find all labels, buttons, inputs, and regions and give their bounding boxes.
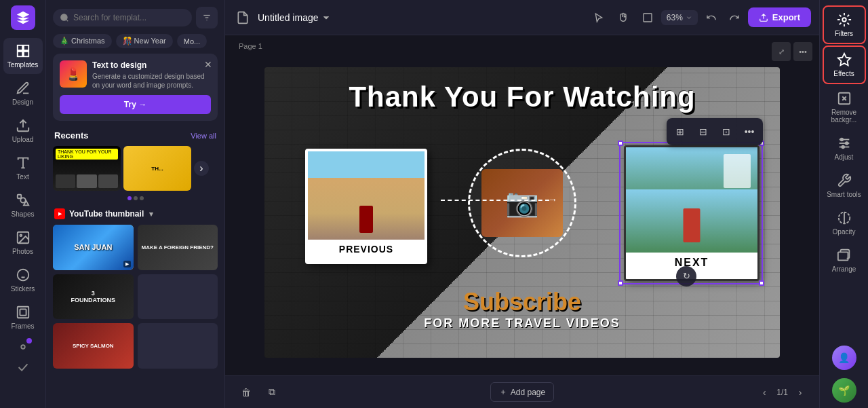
frame-tool-button[interactable] xyxy=(637,7,658,29)
add-page-label: Add page xyxy=(511,388,545,397)
delete-page-button[interactable]: 🗑 xyxy=(236,382,256,403)
tag-christmas-label: 🎄 Christmas xyxy=(60,37,105,45)
previous-card[interactable]: PREVIOUS xyxy=(305,149,427,264)
sidebar-item-templates[interactable]: Templates xyxy=(3,38,43,74)
float-copy-button[interactable]: ⊡ xyxy=(716,122,736,142)
redo-icon xyxy=(729,12,740,23)
recent-card-2[interactable]: TH... xyxy=(123,146,191,191)
float-more-button[interactable]: ••• xyxy=(739,122,760,142)
avatar-secondary[interactable]: 🌱 xyxy=(832,378,856,403)
float-select-button[interactable]: ⊞ xyxy=(670,122,690,142)
zoom-control[interactable]: 63% xyxy=(661,10,698,25)
tag-more-label: Mo... xyxy=(184,37,200,45)
undo-redo-group xyxy=(701,7,745,29)
thumbnail-foreign[interactable]: MAKE A FOREIGN FRIEND? xyxy=(138,225,218,270)
right-item-remove-bg[interactable]: Remove backgr... xyxy=(823,86,866,129)
svg-rect-3 xyxy=(23,52,28,56)
sidebar-item-frames[interactable]: Frames xyxy=(3,299,43,335)
document-title[interactable]: Untitled image xyxy=(258,12,331,23)
design-canvas[interactable]: Thank You For Watching PREVIOUS 📷 xyxy=(264,67,780,358)
sidebar-item-photos[interactable]: Photos xyxy=(3,225,43,261)
next-card[interactable]: NEXT xyxy=(624,145,760,281)
right-item-arrange[interactable]: Arrange xyxy=(823,242,866,278)
page-expand-button[interactable]: ⤢ xyxy=(772,42,791,61)
thumbnail-sanjuan[interactable]: SAN JUAN ▶ xyxy=(53,225,134,270)
thumbnail-blank[interactable] xyxy=(138,274,218,320)
arrange-icon xyxy=(837,248,852,263)
next-card-image xyxy=(626,147,757,253)
sidebar-item-upload[interactable]: Upload xyxy=(3,113,43,149)
dot-3 xyxy=(140,196,144,200)
avatar-primary[interactable]: 👤 xyxy=(832,346,856,370)
sidebar-item-text[interactable]: Text xyxy=(3,150,43,186)
undo-button[interactable] xyxy=(701,7,722,29)
svg-rect-1 xyxy=(23,45,28,50)
right-item-effects[interactable]: Effects xyxy=(823,45,866,84)
export-button[interactable]: Export xyxy=(748,7,811,27)
previous-card-image xyxy=(308,151,425,240)
recents-next-arrow[interactable]: › xyxy=(194,161,209,176)
svg-point-24 xyxy=(840,138,843,141)
filters-label: Filters xyxy=(835,30,853,37)
tag-newyear[interactable]: 🎊 New Year xyxy=(116,34,173,48)
sidebar-item-shapes[interactable]: Shapes xyxy=(3,187,43,223)
thumbnail-foundations[interactable]: 3FOUNDATIONS xyxy=(53,274,134,320)
sidebar-item-photos-label: Photos xyxy=(12,248,33,255)
prev-page-button[interactable]: ‹ xyxy=(756,384,772,401)
svg-point-12 xyxy=(61,14,67,20)
opacity-icon xyxy=(837,210,852,225)
subscribe-text: Subscribe xyxy=(424,288,620,316)
view-all-link[interactable]: View all xyxy=(191,132,216,140)
sidebar-item-stickers[interactable]: Stickers xyxy=(3,262,43,298)
select-tool-button[interactable] xyxy=(588,7,610,29)
tag-more[interactable]: Mo... xyxy=(177,34,207,48)
filter-button[interactable] xyxy=(196,7,218,29)
page-more-button[interactable]: ••• xyxy=(793,42,812,61)
pan-tool-button[interactable] xyxy=(612,7,634,29)
smart-tools-label: Smart tools xyxy=(827,191,861,198)
recents-header: Recents View all xyxy=(46,128,224,146)
sidebar-item-upload-label: Upload xyxy=(12,136,34,143)
templates-panel: 🎄 Christmas 🎊 New Year Mo... ✕ 💄 Text to… xyxy=(46,0,225,408)
thumbnail-spicy[interactable]: SPICY SALMON xyxy=(53,323,134,369)
right-item-opacity[interactable]: Opacity xyxy=(823,205,866,241)
sidebar-item-shapes-label: Shapes xyxy=(12,210,35,218)
effects-label: Effects xyxy=(833,70,854,77)
canvas-wrapper: Thank You For Watching PREVIOUS 📷 xyxy=(225,35,819,375)
youtube-section-header: YouTube thumbnail ▾ xyxy=(46,206,224,225)
float-grid-button[interactable]: ⊟ xyxy=(693,122,713,142)
right-item-smart-tools[interactable]: Smart tools xyxy=(823,168,866,204)
search-input[interactable] xyxy=(73,13,185,22)
page-navigation: ‹ 1/1 › xyxy=(756,384,808,401)
thumbnail-blank2[interactable] xyxy=(138,323,218,369)
next-page-button[interactable]: › xyxy=(792,384,808,401)
page-label: Page 1 xyxy=(239,42,262,50)
subscribe-section: Subscribe FOR MORE TRAVEL VIDEOS xyxy=(424,288,620,331)
sidebar-item-design[interactable]: Design xyxy=(3,75,43,111)
recent-card-1[interactable]: THANK YOU FOR YOUR LIKING xyxy=(53,146,121,191)
right-item-filters[interactable]: Filters xyxy=(823,5,866,44)
undo-icon xyxy=(706,12,717,23)
adjust-icon xyxy=(837,136,852,151)
svg-rect-10 xyxy=(20,309,26,315)
svg-rect-9 xyxy=(17,307,28,318)
title-chevron-icon xyxy=(321,13,331,22)
search-icon xyxy=(60,13,69,22)
right-item-adjust[interactable]: Adjust xyxy=(823,130,866,166)
right-sidebar: Filters Effects Remove backgr... Adjust … xyxy=(819,0,868,408)
promo-card: ✕ 💄 Text to design Generate a customized… xyxy=(53,54,218,121)
add-page-button[interactable]: ＋ Add page xyxy=(490,382,554,402)
search-input-wrap[interactable] xyxy=(53,9,192,26)
redo-button[interactable] xyxy=(724,7,745,29)
svg-point-7 xyxy=(20,234,22,236)
tag-christmas[interactable]: 🎄 Christmas xyxy=(53,34,112,48)
page-actions: ⤢ ••• xyxy=(772,42,812,61)
promo-cta-button[interactable]: Try → xyxy=(60,95,211,114)
refresh-button[interactable]: ↻ xyxy=(676,266,696,286)
svg-point-26 xyxy=(842,146,844,149)
promo-close-button[interactable]: ✕ xyxy=(204,59,212,70)
svg-rect-0 xyxy=(17,45,22,50)
duplicate-page-button[interactable]: ⧉ xyxy=(262,382,282,403)
dashed-arrow xyxy=(441,200,549,201)
logo-button[interactable] xyxy=(11,5,35,30)
